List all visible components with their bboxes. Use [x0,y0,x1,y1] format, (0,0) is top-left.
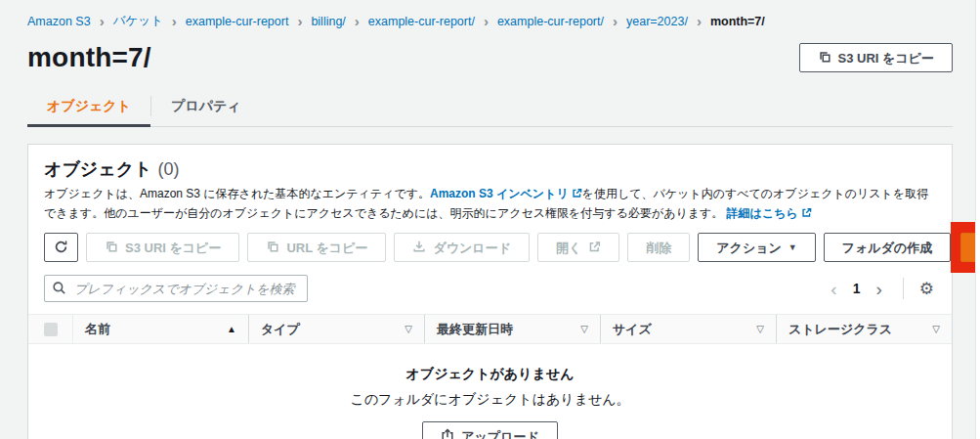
copy-url-button[interactable]: ダウンロード URL をコピー [247,233,386,262]
refresh-button[interactable] [44,233,78,262]
search-icon [52,281,66,299]
s3-inventory-link[interactable]: Amazon S3 インベントリ [430,187,582,200]
column-header-size[interactable]: サイズ ▽ [600,315,776,343]
caret-down-icon: ▼ [788,243,797,252]
external-link-icon [588,241,601,255]
chevron-right-icon: › [100,14,105,28]
empty-state: オブジェクトがありません このフォルダにオブジェクトはありません。 アップロード [28,344,952,439]
pager-divider [903,278,904,299]
sort-icon: ▽ [932,325,940,334]
copy-icon [105,240,118,255]
sort-icon: ▽ [405,325,412,334]
copy-s3-uri-header-button[interactable]: S3 URI をコピー [799,43,953,72]
external-link-icon [801,205,812,224]
scrollbar-track[interactable] [975,0,980,439]
open-button[interactable]: 開く [537,233,619,262]
chevron-right-icon: › [355,14,360,28]
objects-toolbar: S3 URI をコピー ダウンロード URL をコピー ダウンロード 開く [28,223,952,262]
table-header: 名前 ▲ タイプ ▽ 最終更新日時 ▽ サイズ ▽ ストレージクラス ▽ [28,314,952,344]
empty-state-title: オブジェクトがありません [28,366,952,383]
external-link-icon [572,186,582,204]
tab-properties[interactable]: プロパティ [151,89,261,126]
object-count: (0) [158,159,180,180]
breadcrumb-year-folder[interactable]: year=2023/ [626,15,688,28]
delete-button[interactable]: 削除 [627,233,690,262]
tab-objects[interactable]: オブジェクト [27,89,150,126]
sort-icon: ▽ [580,325,588,334]
breadcrumb-current-folder: month=7/ [710,15,765,28]
objects-panel: オブジェクト (0) オブジェクトは、Amazon S3 に保存された基本的なエ… [27,144,953,439]
breadcrumb-folder-2[interactable]: example-cur-report/ [497,15,604,28]
object-search-input[interactable] [44,275,308,302]
sort-ascending-icon: ▲ [227,325,236,334]
next-page-button[interactable]: › [869,280,888,298]
pagination: ‹ 1 › ⚙ [824,278,936,299]
current-page[interactable]: 1 [848,281,866,296]
copy-icon [818,50,831,66]
empty-state-subtitle: このフォルダにオブジェクトはありません。 [28,391,952,409]
empty-state-upload-button[interactable]: アップロード [422,421,558,439]
copy-icon [266,240,279,255]
previous-page-button[interactable]: ‹ [824,280,843,298]
chevron-right-icon: › [484,14,489,28]
select-all-checkbox[interactable] [28,315,73,343]
column-header-last-modified[interactable]: 最終更新日時 ▽ [424,315,600,343]
chevron-right-icon: › [613,14,618,28]
column-header-name[interactable]: 名前 ▲ [73,315,248,343]
gear-icon[interactable]: ⚙ [917,281,936,297]
tab-bar: オブジェクト プロパティ [27,89,953,127]
chevron-right-icon: › [297,14,302,28]
column-header-type[interactable]: タイプ ▽ [248,315,424,343]
panel-description: オブジェクトは、Amazon S3 に保存された基本的なエンティティです。Ama… [44,185,936,223]
refresh-icon [54,240,68,256]
page-title: month=7/ [27,42,151,73]
copy-s3-uri-button[interactable]: S3 URI をコピー [86,233,239,262]
create-folder-button[interactable]: フォルダの作成 [824,233,952,262]
upload-icon [441,428,454,439]
column-header-storage-class[interactable]: ストレージクラス ▽ [776,315,952,343]
sort-icon: ▽ [756,325,764,334]
chevron-right-icon: › [697,14,702,28]
breadcrumb-buckets[interactable]: バケット [113,13,163,29]
learn-more-link[interactable]: 詳細はこちら [727,206,812,220]
breadcrumb-folder-1[interactable]: example-cur-report/ [368,15,475,28]
download-icon [412,240,426,255]
breadcrumb-billing[interactable]: billing/ [311,15,345,28]
panel-title: オブジェクト [44,157,152,181]
breadcrumb-amazon-s3[interactable]: Amazon S3 [27,15,91,28]
chevron-right-icon: › [172,14,177,28]
actions-dropdown-button[interactable]: アクション ▼ [698,233,815,262]
checkbox-icon [44,323,58,336]
breadcrumb-bucket-name[interactable]: example-cur-report [186,15,289,28]
breadcrumb: Amazon S3 › バケット › example-cur-report › … [27,13,953,29]
download-button[interactable]: ダウンロード [394,233,530,262]
page-header: Amazon S3 › バケット › example-cur-report › … [0,0,980,127]
